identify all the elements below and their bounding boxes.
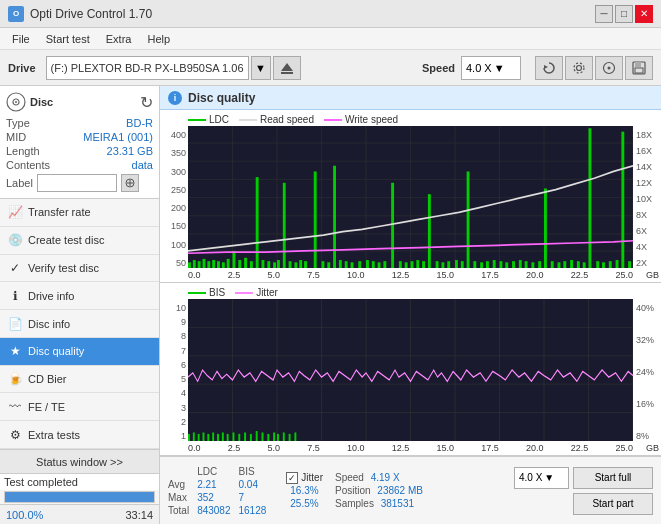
window-controls: ─ □ ✕ (595, 5, 653, 23)
action-buttons: 4.0 X ▼ Start full Start part (514, 467, 653, 515)
transfer-rate-label: Transfer rate (28, 206, 91, 218)
svg-rect-62 (345, 261, 348, 268)
charts-container: LDC Read speed Write speed 400 350 300 (160, 110, 661, 524)
verify-test-disc-label: Verify test disc (28, 262, 99, 274)
svg-marker-0 (281, 63, 293, 71)
svg-rect-66 (372, 261, 375, 268)
svg-rect-54 (294, 262, 297, 268)
svg-rect-78 (447, 261, 450, 268)
cd-bier-label: CD Bier (28, 373, 67, 385)
sidebar-item-disc-quality[interactable]: ★ Disc quality (0, 338, 159, 366)
stats-total-bis: 16128 (239, 504, 275, 517)
jitter-section: ✓ Jitter 16.3% 25.5% (286, 472, 323, 510)
bis-legend-color (188, 292, 206, 294)
chart2-svg (188, 299, 633, 441)
stats-max-ldc: 352 (197, 491, 238, 504)
svg-rect-138 (273, 432, 275, 441)
titlebar: O Opti Drive Control 1.70 ─ □ ✕ (0, 0, 661, 28)
svg-rect-94 (551, 261, 554, 268)
drive-dropdown-arrow[interactable]: ▼ (251, 56, 271, 80)
fe-te-label: FE / TE (28, 401, 65, 413)
write-speed-legend-color (324, 119, 342, 121)
disc-contents-value: data (132, 159, 153, 171)
sidebar-item-create-test-disc[interactable]: 💿 Create test disc (0, 227, 159, 255)
drive-select[interactable]: (F:) PLEXTOR BD-R PX-LB950SA 1.06 (46, 56, 249, 80)
legend-bis: BIS (188, 287, 225, 298)
disc-quality-icon: ★ (8, 344, 22, 358)
svg-rect-79 (455, 260, 458, 268)
disc-length-label: Length (6, 145, 40, 157)
svg-rect-46 (250, 261, 253, 268)
svg-rect-57 (314, 171, 317, 268)
jitter-checkbox[interactable]: ✓ (286, 472, 298, 484)
label-set-button[interactable] (121, 174, 139, 192)
panel-icon: i (168, 91, 182, 105)
svg-rect-134 (250, 434, 252, 441)
start-full-button[interactable]: Start full (573, 467, 653, 489)
disc-type-row: Type BD-R (6, 116, 153, 130)
sidebar-item-fe-te[interactable]: 〰 FE / TE (0, 393, 159, 421)
svg-rect-65 (366, 260, 369, 268)
svg-rect-1 (281, 72, 293, 74)
svg-rect-135 (256, 431, 258, 441)
svg-rect-91 (531, 262, 534, 268)
eject-button[interactable] (273, 56, 301, 80)
chart2-wrapper: BIS Jitter 10987654321 40%32%24%16%8% (160, 283, 661, 456)
chart2-y-axis-right: 40%32%24%16%8% (634, 299, 659, 445)
refresh-button[interactable] (535, 56, 563, 80)
svg-rect-102 (602, 262, 605, 268)
app-icon: O (8, 6, 24, 22)
sidebar-item-verify-test-disc[interactable]: ✓ Verify test disc (0, 255, 159, 283)
svg-rect-53 (289, 261, 292, 268)
create-test-disc-icon: 💿 (8, 233, 22, 247)
menu-extra[interactable]: Extra (98, 31, 140, 47)
speed-label: Speed (422, 62, 455, 74)
sidebar-item-transfer-rate[interactable]: 📈 Transfer rate (0, 199, 159, 227)
minimize-button[interactable]: ─ (595, 5, 613, 23)
svg-rect-73 (416, 260, 419, 268)
status-bar: Status window >> Test completed 100.0% 3… (0, 449, 159, 524)
svg-rect-51 (277, 260, 280, 268)
svg-rect-122 (188, 434, 190, 441)
save-button[interactable] (625, 56, 653, 80)
settings-button[interactable] (565, 56, 593, 80)
disc-icon (6, 92, 26, 112)
sidebar-item-disc-info[interactable]: 📄 Disc info (0, 310, 159, 338)
start-part-button[interactable]: Start part (573, 493, 653, 515)
svg-rect-80 (461, 261, 464, 268)
svg-rect-139 (277, 434, 279, 441)
svg-rect-39 (212, 260, 215, 268)
samples-label: Samples (335, 498, 374, 509)
svg-rect-81 (467, 171, 470, 268)
sidebar-item-extra-tests[interactable]: ⚙ Extra tests (0, 421, 159, 449)
transfer-rate-icon: 📈 (8, 205, 22, 219)
bis-legend-label: BIS (209, 287, 225, 298)
menu-help[interactable]: Help (139, 31, 178, 47)
chart1-wrapper: LDC Read speed Write speed 400 350 300 (160, 110, 661, 283)
cd-bier-icon: 🍺 (8, 372, 22, 386)
disc-button[interactable] (595, 56, 623, 80)
sidebar-item-drive-info[interactable]: ℹ Drive info (0, 282, 159, 310)
disc-quality-label: Disc quality (28, 345, 84, 357)
speed-select-bottom[interactable]: 4.0 X ▼ (514, 467, 569, 489)
maximize-button[interactable]: □ (615, 5, 633, 23)
disc-refresh-button[interactable]: ↻ (140, 93, 153, 112)
drive-info-icon: ℹ (8, 289, 22, 303)
disc-info-label: Disc info (28, 318, 70, 330)
svg-rect-88 (512, 261, 515, 268)
menu-start-test[interactable]: Start test (38, 31, 98, 47)
speed-select[interactable]: 4.0 X ▼ (461, 56, 521, 80)
chart1-gb-label: GB (646, 270, 659, 280)
chart1-legend: LDC Read speed Write speed (188, 114, 398, 125)
stats-avg-ldc: 2.21 (197, 478, 238, 491)
chart2-y-axis-left: 10987654321 (160, 299, 188, 445)
close-button[interactable]: ✕ (635, 5, 653, 23)
menu-file[interactable]: File (4, 31, 38, 47)
label-input[interactable] (37, 174, 117, 192)
chart2-gb-label: GB (646, 443, 659, 453)
status-window-button[interactable]: Status window >> (0, 450, 159, 474)
svg-rect-97 (570, 260, 573, 268)
sidebar-item-cd-bier[interactable]: 🍺 CD Bier (0, 366, 159, 394)
svg-rect-40 (217, 261, 220, 268)
svg-rect-64 (358, 261, 361, 268)
